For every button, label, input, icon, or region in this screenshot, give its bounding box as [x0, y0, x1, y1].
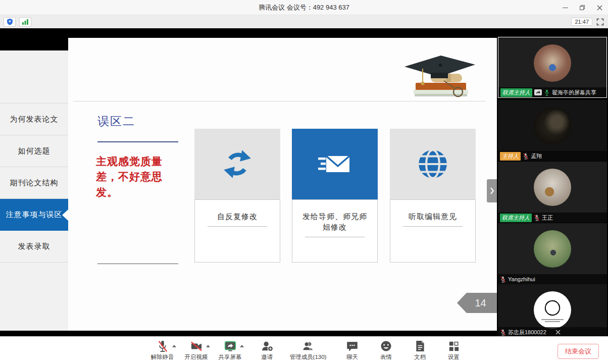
share-screen-icon	[224, 341, 236, 352]
video-tile-participant[interactable]: Yangzhihui	[498, 223, 607, 284]
screen-share-icon	[534, 89, 542, 95]
logo-caption-line	[545, 321, 560, 322]
shared-screen-stage: 为何发表论文 如何选题 期刊论文结构 注意事项与误区 发表录取	[0, 28, 608, 336]
security-shield-button[interactable]	[4, 17, 16, 27]
mic-muted-icon	[500, 276, 506, 283]
slide-nav-item-acceptance: 发表录取	[0, 231, 68, 263]
slide-note-text: 主观感觉质量差，不好意思发。	[96, 154, 177, 200]
tile-namebar: 苏忠辰1800022	[498, 327, 607, 336]
avatar	[534, 44, 571, 82]
chat-button[interactable]: 聊天	[338, 339, 367, 361]
close-icon	[597, 5, 602, 11]
start-video-button[interactable]: 开启视频	[182, 339, 211, 361]
mic-muted-icon	[523, 153, 529, 160]
recycle-arrows-icon	[221, 147, 254, 181]
unmute-button[interactable]: 解除静音	[148, 339, 177, 361]
settings-icon	[448, 341, 460, 352]
card-self-revision: 自反复修改	[194, 129, 280, 263]
mic-muted-icon	[500, 329, 506, 336]
slide-nav-item-cautions-active: 注意事项与误区	[0, 199, 68, 231]
shared-presentation: 为何发表论文 如何选题 期刊论文结构 注意事项与误区 发表录取	[0, 38, 497, 331]
card-label: 听取编辑意见	[409, 211, 457, 222]
collapse-video-panel-button[interactable]	[487, 179, 497, 202]
mic-options-caret[interactable]	[172, 345, 176, 347]
settings-button[interactable]: 设置	[439, 339, 468, 361]
globe-icon	[416, 147, 449, 181]
tile-namebar: 联席主持人 翟海亭的屏幕共享	[498, 87, 606, 97]
slide-heading-rule	[97, 141, 178, 142]
tile-namebar: 主持人 孟翔	[498, 151, 607, 161]
host-badge: 主持人	[500, 152, 521, 161]
x-mark-icon	[555, 330, 561, 335]
slide-page-number-tag: 14	[457, 293, 497, 313]
college-logo-avatar	[534, 291, 571, 329]
slide-content: 误区二 主观感觉质量差，不好意思发。 自反复修改	[68, 38, 497, 331]
slide-note-rule	[97, 264, 178, 264]
card-label: 自反复修改	[217, 211, 258, 222]
nav-spacer	[0, 50, 68, 103]
participant-name: 翟海亭的屏幕共享	[552, 89, 596, 96]
video-tile-host[interactable]: 主持人 孟翔	[498, 100, 607, 161]
restore-button[interactable]	[574, 0, 591, 15]
fullscreen-button[interactable]	[596, 18, 604, 26]
slide-heading: 误区二	[97, 114, 135, 129]
docs-button[interactable]: 文档	[406, 339, 434, 361]
minimize-button[interactable]	[556, 0, 574, 15]
slide-nav-item-structure: 期刊论文结构	[0, 167, 68, 199]
window-controls	[556, 0, 608, 15]
share-options-caret[interactable]	[240, 345, 244, 347]
window-title: 腾讯会议 会议号：492 943 637	[259, 3, 349, 12]
close-button[interactable]	[591, 0, 608, 15]
slide-nav-item-topic: 如何选题	[0, 135, 68, 167]
participant-name: 孟翔	[531, 152, 542, 160]
avatar	[534, 169, 571, 206]
video-options-caret[interactable]	[206, 345, 210, 347]
invite-button[interactable]: 邀请	[252, 339, 281, 361]
share-screen-button[interactable]: 共享屏幕	[216, 339, 244, 361]
meeting-timer: 21:47	[571, 18, 592, 26]
restore-icon	[580, 5, 585, 10]
avatar	[534, 230, 571, 268]
send-mail-icon	[317, 151, 352, 177]
emoji-icon	[380, 340, 392, 352]
minimize-icon	[563, 8, 568, 8]
participant-name: 苏忠辰1800022	[508, 329, 546, 336]
graduation-cap-image	[401, 50, 477, 101]
avatar	[534, 107, 571, 144]
slide-page-number: 14	[475, 297, 486, 309]
end-meeting-button[interactable]: 结束会议	[558, 344, 599, 359]
emoji-button[interactable]: 表情	[372, 339, 400, 361]
members-icon	[302, 340, 314, 352]
signal-bars-icon	[22, 19, 29, 25]
video-tile-cohost2[interactable]: 联席主持人 王正	[498, 162, 607, 223]
mic-on-icon	[544, 89, 550, 96]
participant-name: 王正	[542, 214, 553, 222]
card-label: 发给导师、师兄师姐修改	[302, 211, 367, 232]
participant-name: Yangzhihui	[508, 276, 535, 282]
video-tile-sharer[interactable]: 联席主持人 翟海亭的屏幕共享	[498, 37, 607, 98]
slide-header-rule	[73, 101, 486, 101]
camera-off-icon	[190, 341, 202, 352]
tencent-meeting-window: 腾讯会议 会议号：492 943 637 21	[0, 0, 608, 364]
card-rule	[305, 237, 365, 237]
slide-nav-item-why-publish: 为何发表论文	[0, 103, 68, 135]
chat-icon	[346, 341, 358, 352]
card-rule	[403, 226, 463, 227]
cohost-badge: 联席主持人	[500, 214, 532, 222]
meeting-info-bar: 21:47	[0, 15, 608, 28]
tile-namebar: 联席主持人 王正	[498, 213, 607, 223]
network-status-button[interactable]	[19, 17, 31, 27]
titlebar: 腾讯会议 会议号：492 943 637	[0, 0, 608, 15]
manage-members-button[interactable]: 管理成员(130)	[286, 339, 330, 361]
logo-caption-line	[541, 319, 564, 320]
document-icon	[415, 340, 425, 352]
video-tile-participant-logo[interactable]: 苏忠辰1800022	[498, 284, 607, 336]
toolbar-group: 解除静音 开启视频	[148, 339, 468, 361]
shield-icon	[7, 18, 13, 25]
mic-muted-icon	[157, 340, 168, 352]
chevron-right-icon	[490, 187, 494, 194]
participant-video-panel: 联席主持人 翟海亭的屏幕共享 主持人	[497, 28, 608, 336]
invite-icon	[261, 340, 273, 352]
card-editor-feedback: 听取编辑意见	[390, 129, 476, 263]
card-rule	[208, 226, 267, 227]
